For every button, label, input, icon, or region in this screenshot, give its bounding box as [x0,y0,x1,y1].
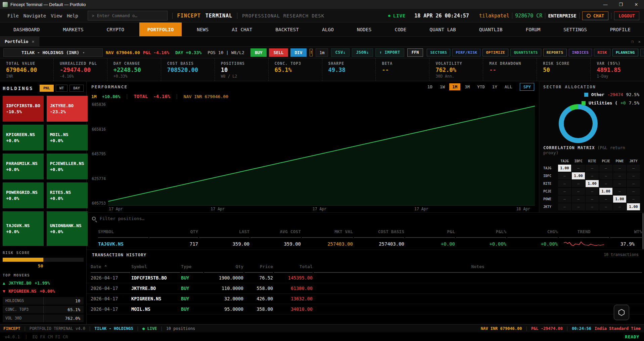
module-perf-risk-button[interactable]: PERF/RISK [452,49,480,56]
filter-positions-input[interactable] [100,216,639,221]
close-panel-icon[interactable]: ✕ [638,39,641,44]
menu-navigate[interactable]: Navigate [24,13,46,18]
col-header-p-l-[interactable]: P&L% [456,224,506,238]
timeframe-3m[interactable]: 3M [462,83,473,90]
holding-tile-tajgvk-ns[interactable]: TAJGVK.NS+0.0% [3,211,44,246]
col-header-total[interactable]: Total [274,259,313,273]
nav-tab-ai-chat[interactable]: AI CHAT [224,23,260,36]
module-quantstats-button[interactable]: QUANTSTATS [510,49,541,56]
col-header-type[interactable]: Type [181,259,203,273]
nav-tab-quant-lab[interactable]: QUANT LAB [421,23,464,36]
positions-scrollbar[interactable] [642,213,644,249]
nav-tab-news[interactable]: NEWS [189,23,217,36]
benchmark-spy-button[interactable]: SPY [520,83,534,91]
assistant-fab-button[interactable] [614,305,629,320]
module-reports-button[interactable]: REPORTS [543,49,567,56]
col-header-cost-basis[interactable]: COST BASIS [354,224,404,238]
col-header-qty[interactable]: Qty [204,259,243,273]
nav-tab-quantlib[interactable]: QUANTLIB [471,23,511,36]
holding-tile-moil-ns[interactable]: MOIL.NS+0.0% [47,125,88,151]
holding-tile-pcjeweller-ns[interactable]: PCJEWELLER.NS+0.0% [47,154,88,179]
table-row-tajgvk-ns[interactable]: TAJGVK.NS717359.00359.00257403.00257403.… [87,238,644,250]
col-header-notes[interactable]: Notes [314,259,642,273]
nav-tab-backtest[interactable]: BACKTEST [267,23,307,36]
toggle-day[interactable]: DAY [70,85,84,92]
portfolio-tab[interactable]: Portfolio ✕ [0,37,39,46]
module-risk-button[interactable]: RISK [594,49,610,56]
col-header-p-l[interactable]: P&L [405,224,455,238]
nav-tab-code[interactable]: CODE [386,23,414,36]
holding-tile-paragmilk-ns[interactable]: PARAGMILK.NS+0.0% [3,154,44,179]
minimize-button[interactable]: — [598,0,613,9]
module-indices-button[interactable]: INDICES [569,49,592,56]
col-header-symbol[interactable]: Symbol [131,259,180,273]
command-input[interactable] [88,11,168,20]
sector-allocation-body: Other-2947492.5%Utilities (+07.5% [543,91,640,140]
holding-tile-kpigreen-ns[interactable]: KPIGREEN.NS+0.0% [3,125,44,151]
sector-donut-chart[interactable] [559,104,598,143]
col-header-symbol[interactable]: SYMBOL [98,224,148,238]
menu-view[interactable]: View [51,13,62,18]
col-header-date[interactable]: Date^ [91,259,130,273]
transaction-row-jktyre-bo[interactable]: 2026-04-17JKTYRE.BOBUY110.0000558.006138… [87,283,644,294]
col-header-last[interactable]: LAST [199,224,249,238]
transaction-row-kpigreen-ns[interactable]: 2026-04-17KPIGREEN.NSBUY32.0000426.00136… [87,294,644,304]
portfolio-selector[interactable]: TILAK - HOLDINGS (INR) ▾ [3,48,103,57]
holding-tile-powergrid-ns[interactable]: POWERGRID.NS+0.0% [3,182,44,208]
tab-close-icon[interactable]: ✕ [32,39,34,44]
logout-button[interactable]: LOGOUT [614,11,639,20]
menu-help[interactable]: Help [67,13,78,18]
holding-tile-idfcfirstb-bo[interactable]: IDFCFIRSTB.BO-10.5% [3,96,44,122]
maximize-button[interactable]: ❐ [613,0,629,9]
menu-file[interactable]: File [7,13,19,18]
toggle-pnl[interactable]: PNL [40,85,54,92]
col-header-price[interactable]: Price [244,259,273,273]
col-header-wt-[interactable]: WT% [610,224,642,238]
top-mover-up[interactable]: ▲ JKTYRE.BO +1.99% [3,281,84,286]
alert-button[interactable]: ! [310,49,313,56]
col-header-chg-[interactable]: CHG% [507,224,558,238]
nav-tab-profile[interactable]: PROFILE [602,23,639,36]
sell-button[interactable]: SELL [269,48,288,57]
chat-button[interactable]: CHAT [582,11,609,20]
chart-plot-area[interactable] [108,102,535,206]
transaction-row-idfcfirstb-bo[interactable]: 2026-04-17IDFCFIRSTB.BOBUY1900.000076.52… [87,273,644,283]
csv--button[interactable]: CSV↓ [331,48,350,57]
timeframe-1w[interactable]: 1W [437,83,448,90]
col-header-avg-cost[interactable]: AVG COST [250,224,301,238]
interval-select[interactable]: 1m [316,48,328,57]
module-economics-button[interactable]: ECONOMICS [640,49,644,56]
timeframe-1m[interactable]: 1M [449,83,460,90]
-import-button[interactable]: ↑ IMPORT [375,48,404,57]
nav-tab-markets[interactable]: MARKETS [55,23,92,36]
timeframe-all[interactable]: ALL [502,83,515,90]
nav-tab-crypto[interactable]: CRYPTO [99,23,132,36]
restore-panel-icon[interactable]: ❐ [631,39,634,44]
nav-tab-settings[interactable]: SETTINGS [555,23,595,36]
nav-tab-forum[interactable]: FORUM [518,23,549,36]
top-mover-down[interactable]: ▼ KPIGREEN.NS +0.00% [3,289,84,294]
col-header-mkt-val[interactable]: MKT VAL [302,224,353,238]
holding-tile-rites-ns[interactable]: RITES.NS+0.0% [47,182,88,208]
ffn-button[interactable]: FFN [407,48,423,57]
buy-button[interactable]: BUY [250,48,267,57]
holding-tile-unionbank-ns[interactable]: UNIONBANK.NS+0.0% [47,211,88,246]
transaction-row-moil-ns[interactable]: 2026-04-17MOIL.NSBUY95.0000358.0034010.0… [87,304,644,314]
nav-tab-dashboard[interactable]: DASHBOARD [5,23,48,36]
nav-tab-algo[interactable]: ALGO [314,23,342,36]
col-header-trend[interactable]: TREND [559,224,609,238]
holding-tile-jktyre-bo[interactable]: JKTYRE.BO-23.2% [47,96,88,122]
timeframe-1d[interactable]: 1D [424,83,435,90]
module-planning-button[interactable]: PLANNING [612,49,638,56]
timeframe-ytd[interactable]: YTD [474,83,488,90]
json--button[interactable]: JSON↓ [352,48,373,57]
timeframe-1y[interactable]: 1Y [489,83,500,90]
module-optimize-button[interactable]: OPTIMIZE [482,49,508,56]
module-sectors-button[interactable]: SECTORS [427,49,450,56]
toggle-wt[interactable]: WT [56,85,67,92]
close-button[interactable]: ✕ [629,0,644,9]
div-button[interactable]: DIV [290,48,307,57]
col-header-qty[interactable]: QTY [149,224,198,238]
nav-tab-nodes[interactable]: NODES [349,23,380,36]
nav-tab-portfolio[interactable]: PORTFOLIO [139,23,182,36]
